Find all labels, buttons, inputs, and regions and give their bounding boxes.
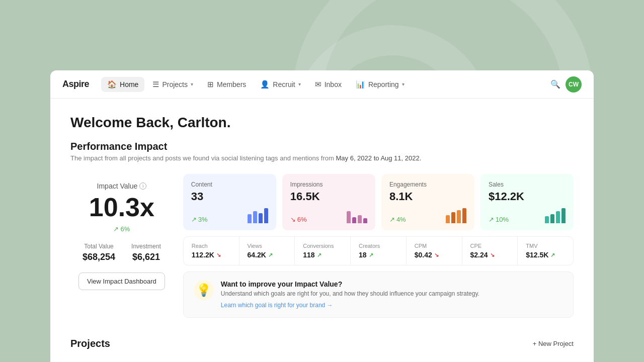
nav-members-label: Members xyxy=(217,80,246,88)
investment-label: Investment xyxy=(131,243,161,250)
impressions-chart xyxy=(347,207,367,223)
cpe-trend: ↘ xyxy=(490,252,495,258)
chart-bar xyxy=(451,212,455,223)
trend-up-icon xyxy=(489,216,494,223)
nav-members[interactable]: ⊞ Members xyxy=(201,77,252,92)
creators-trend: ↗ xyxy=(369,252,373,258)
investment-value: $6,621 xyxy=(131,252,161,262)
cpm-value: $0.42 xyxy=(415,251,432,259)
date-range: May 6, 2022 to Aug 11, 2022. xyxy=(336,154,421,162)
view-impact-dashboard-button[interactable]: View Impact Dashboard xyxy=(78,273,165,290)
chart-bar xyxy=(446,215,450,223)
content-trend: 3% xyxy=(191,216,208,223)
welcome-title: Welcome Back, Carlton. xyxy=(70,115,574,131)
engagements-value: 8.1K xyxy=(389,190,466,203)
total-value-item: Total Value $68,254 xyxy=(83,243,115,262)
home-icon: 🏠 xyxy=(107,80,117,89)
inbox-icon: ✉ xyxy=(315,80,321,89)
projects-icon: ☰ xyxy=(152,80,159,89)
cpm-label: CPM xyxy=(415,243,454,249)
subtitle-pre: The impact from all projects and posts w… xyxy=(70,154,336,162)
chart-bar xyxy=(363,218,367,223)
nav-projects-label: Projects xyxy=(162,80,188,88)
chart-bar xyxy=(248,214,252,223)
chart-bar xyxy=(457,210,461,223)
stat-reach: Reach 112.2K ↘ xyxy=(184,237,239,265)
reporting-icon: 📊 xyxy=(356,80,365,89)
totals-row: Total Value $68,254 Investment $6,621 xyxy=(83,243,161,262)
nav-inbox[interactable]: ✉ Inbox xyxy=(309,77,348,92)
impact-trend: 6% xyxy=(113,225,130,233)
creators-value: 18 xyxy=(359,251,367,259)
section-subtitle: The impact from all projects and posts w… xyxy=(70,154,574,162)
nav-recruit[interactable]: 👤 Recruit ▾ xyxy=(254,77,306,92)
impact-label: Impact Value i xyxy=(97,182,147,190)
chart-bar xyxy=(352,217,356,223)
stat-creators: Creators 18 ↗ xyxy=(351,237,407,265)
stat-conversions: Conversions 118 ↗ xyxy=(295,237,351,265)
navbar: Aspire 🏠 Home ☰ Projects ▾ ⊞ Members 👤 R… xyxy=(50,70,594,99)
main-container: Aspire 🏠 Home ☰ Projects ▾ ⊞ Members 👤 R… xyxy=(50,70,594,362)
cpe-value: $2.24 xyxy=(470,251,488,259)
search-button[interactable]: 🔍 xyxy=(547,76,564,93)
page-content: Welcome Back, Carlton. Performance Impac… xyxy=(50,99,594,334)
sales-value: $12.2K xyxy=(489,190,566,203)
metric-card-impressions: Impressions 16.5K 6% xyxy=(282,174,375,230)
conversions-value: 118 xyxy=(303,251,314,259)
reach-value: 112.2K xyxy=(192,251,214,259)
chart-bar xyxy=(253,211,257,223)
nav-reporting[interactable]: 📊 Reporting ▾ xyxy=(350,77,411,92)
nav-home-label: Home xyxy=(120,80,138,88)
chevron-down-icon-recruit: ▾ xyxy=(298,81,301,87)
metric-card-content: Content 33 3% xyxy=(183,174,276,230)
content-title: Content xyxy=(191,181,268,188)
stats-row: Reach 112.2K ↘ Views 64.2K ↗ xyxy=(183,236,574,265)
improve-card: 💡 Want to improve your Impact Value? Und… xyxy=(183,272,574,318)
content-value: 33 xyxy=(191,190,268,203)
section-title: Performance Impact xyxy=(70,141,574,152)
trend-up-icon xyxy=(113,225,119,233)
chart-bar xyxy=(556,211,560,223)
reach-label: Reach xyxy=(192,243,231,249)
chart-bar xyxy=(347,211,351,223)
engagements-trend: 4% xyxy=(389,216,406,223)
nav-recruit-label: Recruit xyxy=(273,80,295,88)
nav-projects[interactable]: ☰ Projects ▾ xyxy=(146,77,199,92)
improve-link[interactable]: Learn which goal is right for your brand xyxy=(221,302,333,309)
chart-bar xyxy=(550,214,554,223)
members-icon: ⊞ xyxy=(207,80,214,89)
lightbulb-icon: 💡 xyxy=(194,280,214,300)
content-chart xyxy=(248,207,268,223)
total-value: $68,254 xyxy=(83,252,115,262)
tmv-value: $12.5K xyxy=(526,251,548,259)
investment-item: Investment $6,621 xyxy=(131,243,161,262)
metric-card-sales: Sales $12.2K 10% xyxy=(480,174,574,230)
chart-bar xyxy=(462,208,466,223)
trend-up-icon xyxy=(389,216,395,223)
new-project-button[interactable]: + New Project xyxy=(533,340,574,347)
views-trend: ↗ xyxy=(268,252,273,258)
chart-bar xyxy=(358,215,362,223)
projects-title: Projects xyxy=(70,338,110,349)
impact-value: 10.3x xyxy=(89,194,154,220)
views-value: 64.2K xyxy=(248,251,266,259)
projects-section: Projects + New Project xyxy=(50,338,594,349)
cpe-label: CPE xyxy=(470,243,510,249)
tmv-label: TMV xyxy=(526,243,565,249)
conversions-label: Conversions xyxy=(303,243,342,249)
metric-card-engagements: Engagements 8.1K 4% xyxy=(381,174,474,230)
impressions-title: Impressions xyxy=(290,181,367,188)
chart-bar xyxy=(259,213,263,223)
chart-bar xyxy=(264,208,268,223)
engagements-chart xyxy=(446,207,466,223)
avatar[interactable]: CW xyxy=(566,76,582,93)
nav-home[interactable]: 🏠 Home xyxy=(101,77,144,92)
reach-trend: ↘ xyxy=(216,252,221,258)
metric-cards: Content 33 3% xyxy=(183,174,574,230)
stat-tmv: TMV $12.5K ↗ xyxy=(518,237,573,265)
chevron-down-icon-reporting: ▾ xyxy=(402,81,405,87)
tmv-trend: ↗ xyxy=(550,252,555,258)
chart-bar xyxy=(545,216,549,223)
info-icon[interactable]: i xyxy=(139,183,146,190)
stat-views: Views 64.2K ↗ xyxy=(239,237,295,265)
